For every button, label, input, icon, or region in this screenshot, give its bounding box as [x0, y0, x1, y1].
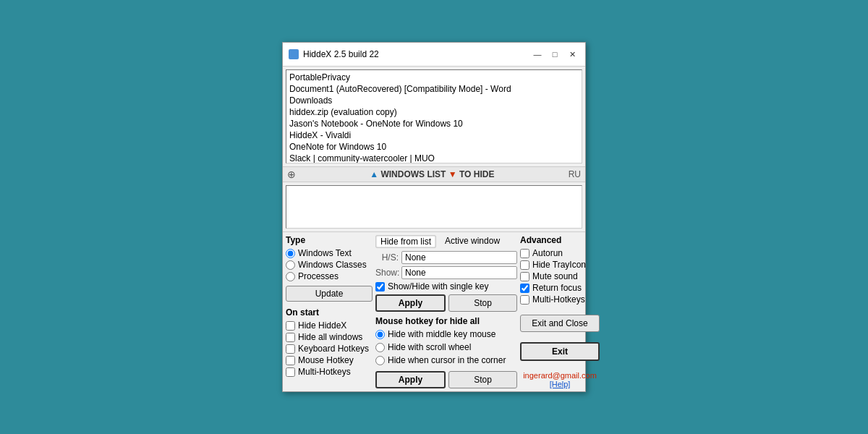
down-arrow-icon: ▼	[448, 169, 457, 179]
window-list[interactable]: PortablePrivacy Document1 (AutoRecovered…	[286, 69, 582, 163]
toolbar: ⊕ ▲ WINDOWS LIST ▼ TO HIDE RU	[283, 166, 585, 182]
list-item[interactable]: HiddeX - Vivaldi	[289, 129, 579, 141]
radio-processes[interactable]: Processes	[286, 271, 373, 281]
hs-label: H/S:	[375, 252, 399, 263]
checkbox-autorun[interactable]: Autorun	[520, 248, 600, 258]
checkbox-return-focus-input[interactable]	[520, 284, 529, 293]
left-column: Type Windows Text Windows Classes Proces…	[286, 235, 373, 388]
radio-windows-text-label: Windows Text	[298, 248, 352, 258]
checkbox-return-focus-label: Return focus	[532, 283, 582, 293]
apply-button-top[interactable]: Apply	[375, 294, 446, 312]
list-item[interactable]: OneNote for Windows 10	[289, 141, 579, 153]
tab-hide-from-list[interactable]: Hide from list	[375, 235, 436, 248]
checkbox-keyboard-hotkeys-label: Keyboard Hotkeys	[298, 344, 369, 354]
minimize-button[interactable]: —	[530, 47, 545, 61]
exit-close-button[interactable]: Exit and Close	[520, 315, 600, 332]
checkbox-hide-trayicon[interactable]: Hide TrayIcon	[520, 260, 600, 270]
hidden-window-list	[286, 185, 582, 229]
list-item[interactable]: Document1 (AutoRecovered) [Compatibility…	[289, 83, 579, 95]
apply-button-bottom[interactable]: Apply	[375, 371, 446, 388]
checkbox-autorun-input[interactable]	[520, 249, 529, 258]
list-item[interactable]: Slack | community-watercooler | MUO	[289, 153, 579, 163]
advanced-checkbox-group: Autorun Hide TrayIcon Mute sound Return …	[520, 248, 600, 305]
radio-windows-classes[interactable]: Windows Classes	[286, 260, 373, 270]
checkbox-keyboard-hotkeys[interactable]: Keyboard Hotkeys	[286, 344, 373, 354]
update-button[interactable]: Update	[286, 286, 373, 302]
radio-scroll-wheel[interactable]: Hide with scroll wheel	[375, 342, 517, 352]
toolbar-title-text: WINDOWS LIST	[380, 169, 448, 179]
stop-button-top[interactable]: Stop	[448, 294, 517, 312]
list-item[interactable]: hiddex.zip (evaluation copy)	[289, 106, 579, 118]
mouse-hotkey-section: Mouse hotkey for hide all Hide with midd…	[375, 316, 517, 388]
checkbox-multi-hotkeys-input[interactable]	[286, 367, 295, 377]
radio-middle-mouse[interactable]: Hide with middle key mouse	[375, 329, 517, 339]
up-arrow-icon: ▲	[370, 169, 378, 179]
checkbox-multi-hotkeys-adv-input[interactable]	[520, 295, 529, 305]
radio-cursor-corner-label: Hide when cursor in the corner	[388, 355, 506, 365]
checkbox-multi-hotkeys-adv[interactable]: Multi-Hotkeys	[520, 294, 600, 305]
titlebar: HiddeX 2.5 build 22 — □ ✕	[283, 43, 585, 67]
help-link[interactable]: [Help]	[550, 380, 571, 388]
bottom-panel: Type Windows Text Windows Classes Proces…	[283, 231, 585, 391]
radio-cursor-corner[interactable]: Hide when cursor in the corner	[375, 355, 517, 365]
checkbox-hide-trayicon-input[interactable]	[520, 260, 529, 270]
right-column: Advanced Autorun Hide TrayIcon Mute soun…	[520, 235, 600, 388]
radio-processes-label: Processes	[298, 271, 339, 281]
toolbar-hide-text: TO HIDE	[459, 169, 494, 179]
checkbox-hide-hiddex[interactable]: Hide HiddeX	[286, 320, 373, 331]
checkbox-hide-all-windows[interactable]: Hide all windows	[286, 332, 373, 342]
radio-processes-input[interactable]	[286, 272, 295, 281]
list-item[interactable]: PortablePrivacy	[289, 72, 579, 83]
checkbox-mouse-hotkey[interactable]: Mouse Hotkey	[286, 355, 373, 365]
show-row: Show:	[375, 266, 517, 279]
radio-windows-text[interactable]: Windows Text	[286, 248, 373, 258]
checkbox-keyboard-hotkeys-input[interactable]	[286, 344, 295, 354]
checkbox-return-focus[interactable]: Return focus	[520, 283, 600, 293]
radio-windows-classes-input[interactable]	[286, 260, 295, 270]
checkbox-mute-sound-input[interactable]	[520, 272, 529, 281]
radio-windows-classes-label: Windows Classes	[298, 260, 367, 270]
checkbox-hide-hiddex-input[interactable]	[286, 321, 295, 331]
radio-windows-text-input[interactable]	[286, 249, 295, 258]
single-key-label: Show/Hide with single key	[388, 281, 488, 292]
checkbox-hide-hiddex-label: Hide HiddeX	[298, 320, 346, 331]
pin-icon[interactable]: ⊕	[287, 169, 296, 180]
hide-from-list-tabs: Hide from list Active window	[375, 235, 517, 248]
middle-column: Hide from list Active window H/S: Show: …	[375, 235, 517, 388]
checkbox-multi-hotkeys-adv-label: Multi-Hotkeys	[532, 294, 585, 305]
radio-cursor-corner-input[interactable]	[375, 356, 385, 365]
tab-active-window[interactable]: Active window	[441, 235, 504, 248]
radio-middle-mouse-label: Hide with middle key mouse	[388, 329, 495, 339]
single-key-row: Show/Hide with single key	[375, 281, 517, 292]
single-key-checkbox[interactable]	[375, 282, 385, 292]
apply-stop-row-bottom: Apply Stop	[375, 371, 517, 388]
mouse-hotkey-radio-group: Hide with middle key mouse Hide with scr…	[375, 329, 517, 367]
main-window: HiddeX 2.5 build 22 — □ ✕ PortablePrivac…	[282, 42, 586, 392]
maximize-button[interactable]: □	[548, 47, 562, 61]
radio-scroll-wheel-input[interactable]	[375, 343, 385, 352]
checkbox-hide-all-windows-input[interactable]	[286, 333, 295, 342]
ru-button[interactable]: RU	[569, 169, 581, 179]
checkbox-mouse-hotkey-input[interactable]	[286, 356, 295, 365]
exit-button[interactable]: Exit	[520, 342, 600, 361]
checkbox-autorun-label: Autorun	[532, 248, 563, 258]
list-item[interactable]: Downloads	[289, 95, 579, 106]
list-item[interactable]: Jason's Notebook - OneNote for Windows 1…	[289, 118, 579, 129]
radio-scroll-wheel-label: Hide with scroll wheel	[388, 342, 471, 352]
show-input[interactable]	[401, 266, 517, 279]
email-link[interactable]: ingerard@gmail.com	[523, 371, 597, 380]
advanced-section: Advanced Autorun Hide TrayIcon Mute soun…	[520, 235, 600, 305]
window-title: HiddeX 2.5 build 22	[303, 49, 526, 59]
checkbox-mute-sound-label: Mute sound	[532, 271, 578, 281]
checkbox-mouse-hotkey-label: Mouse Hotkey	[298, 355, 354, 365]
close-button[interactable]: ✕	[565, 47, 579, 61]
checkbox-mute-sound[interactable]: Mute sound	[520, 271, 600, 281]
hs-input[interactable]	[401, 251, 517, 264]
radio-middle-mouse-input[interactable]	[375, 330, 385, 339]
on-start-label: On start	[286, 307, 373, 318]
type-radio-group: Windows Text Windows Classes Processes	[286, 248, 373, 281]
toolbar-title: ▲ WINDOWS LIST ▼ TO HIDE	[299, 169, 566, 179]
checkbox-multi-hotkeys[interactable]: Multi-Hotkeys	[286, 367, 373, 377]
checkbox-hide-all-windows-label: Hide all windows	[298, 332, 362, 342]
stop-button-bottom[interactable]: Stop	[448, 371, 517, 388]
